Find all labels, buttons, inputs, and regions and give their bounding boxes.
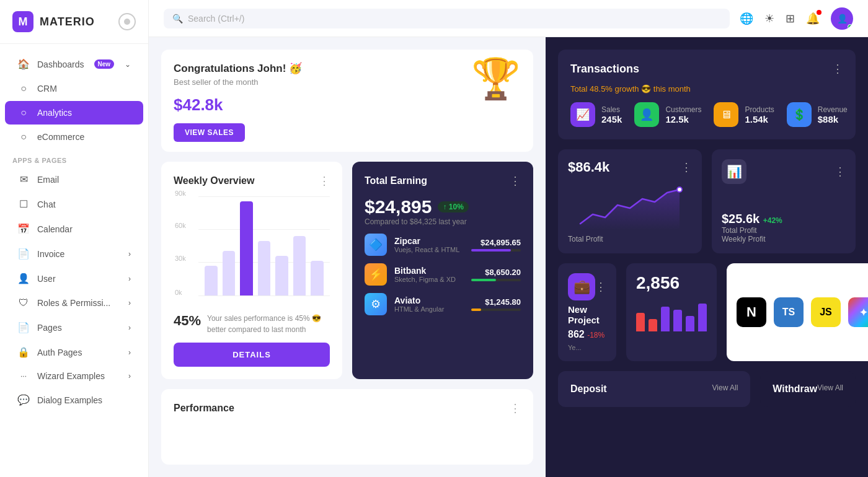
- aviato-info: Aviato HTML & Angular: [394, 295, 444, 313]
- sidebar-item-dashboards[interactable]: 🏠 Dashboards New ⌄: [5, 52, 143, 76]
- transactions-menu-icon[interactable]: ⋮: [832, 62, 843, 76]
- withdraw-view-all[interactable]: View All: [817, 383, 843, 395]
- sidebar-item-crm[interactable]: ○ CRM: [5, 77, 143, 100]
- chevron-right-icon-user: ›: [128, 274, 131, 283]
- sidebar-label-calendar: Calendar: [37, 224, 73, 234]
- customers-label: Customers: [665, 105, 701, 114]
- new-project-title: New Project: [568, 304, 606, 325]
- bar-5: [275, 256, 288, 295]
- withdraw-title: Withdraw: [773, 383, 817, 395]
- logo-text: MATERIO: [40, 15, 95, 28]
- chat-icon: ☐: [17, 198, 30, 210]
- sidebar-item-chat[interactable]: ☐ Chat: [5, 192, 143, 216]
- tech-logos-card: N TS JS ✦: [727, 263, 868, 361]
- bar-2: [223, 251, 236, 295]
- profit-chart-amount: $86.4k: [568, 159, 609, 175]
- weekly-title-row: Weekly Overview ⋮: [174, 174, 330, 188]
- logo-circle[interactable]: [118, 13, 136, 30]
- sales-value: 245k: [601, 114, 622, 125]
- perf-menu-icon[interactable]: ⋮: [510, 401, 521, 415]
- grid-icon[interactable]: ⊞: [786, 12, 795, 25]
- zipcar-info: Zipcar Vuejs, React & HTML: [394, 236, 459, 253]
- sidebar-item-ecommerce[interactable]: ○ eCommerce: [5, 125, 143, 149]
- avatar[interactable]: 👤: [831, 7, 853, 30]
- sidebar-label-email: Email: [37, 175, 59, 185]
- bitbank-sub: Sketch, Figma & XD: [394, 276, 456, 283]
- sidebar-item-dialog[interactable]: 💬 Dialog Examples: [5, 388, 143, 412]
- earning-item-zipcar: 🔷 Zipcar Vuejs, React & HTML $24,895.65: [365, 234, 521, 256]
- new-project-icon: 💼: [568, 273, 595, 300]
- earning-menu-icon[interactable]: ⋮: [510, 174, 521, 188]
- sidebar-item-auth[interactable]: 🔒 Auth Pages ›: [5, 340, 143, 364]
- customers-value: 12.5k: [665, 114, 701, 125]
- profit-card-sub-label: Weekly Profit: [722, 235, 846, 243]
- transaction-item-sales: 📈 Sales 245k: [570, 102, 622, 127]
- sidebar-item-invoice[interactable]: 📄 Invoice ›: [5, 242, 143, 266]
- weekly-footer: 45% Your sales performance is 45% 😎 bett…: [174, 313, 330, 335]
- new-project-sublabel: Ye...: [568, 344, 606, 351]
- earning-item-aviato: ⚙ Aviato HTML & Angular $1,245.80: [365, 293, 521, 315]
- bars-container: [198, 196, 330, 295]
- theme-icon[interactable]: ☀: [764, 12, 774, 25]
- revenue-label: Revenue: [818, 105, 848, 114]
- profit-mini-chart: [568, 180, 692, 230]
- earning-amount: $24,895 ↑ 10%: [365, 196, 521, 217]
- email-icon: ✉: [17, 173, 30, 185]
- left-panel: Congratulations John! 🥳 Best seller of t…: [149, 37, 546, 477]
- perf-title-row: Performance ⋮: [174, 401, 521, 415]
- main-area: 🔍 Search (Ctrl+/) 🌐 ☀ ⊞ 🔔 👤 Congratu: [149, 0, 868, 477]
- wizard-icon: ···: [17, 372, 30, 380]
- grid-label-60k: 60k: [175, 222, 186, 229]
- notification-icon[interactable]: 🔔: [806, 12, 820, 25]
- calendar-icon: 📅: [17, 223, 30, 235]
- details-button[interactable]: DETAILS: [174, 343, 330, 367]
- user-icon: 👤: [17, 273, 30, 284]
- javascript-logo: JS: [811, 297, 841, 327]
- search-bar[interactable]: 🔍 Search (Ctrl+/): [164, 9, 730, 28]
- zipcar-logo: 🔷: [365, 234, 387, 256]
- sales-icon: 📈: [570, 102, 595, 127]
- grid-label-30k: 30k: [175, 255, 186, 262]
- sidebar-label-user: User: [37, 274, 56, 284]
- mid-row: Weekly Overview ⋮ 90k 60k 30k 0k: [161, 162, 533, 379]
- deposit-title: Deposit: [570, 383, 607, 395]
- transactions-header: Transactions ⋮: [570, 62, 843, 76]
- chevron-right-icon-pages: ›: [128, 323, 131, 332]
- circle-icon-analytics: ○: [17, 107, 30, 118]
- new-project-menu-icon[interactable]: ⋮: [595, 280, 606, 294]
- new-project-badge: -18%: [587, 331, 604, 339]
- sales-label: Sales: [601, 105, 622, 114]
- translate-icon[interactable]: 🌐: [740, 12, 753, 25]
- chevron-right-icon: ›: [128, 250, 131, 258]
- performance-title: Performance: [174, 403, 234, 414]
- profit-right-card: 📊 ⋮ $25.6k +42% Total Profit Weekly Prof…: [712, 149, 856, 253]
- revenue-icon: 💲: [787, 102, 812, 127]
- products-icon: 🖥: [714, 102, 738, 127]
- top-row: Congratulations John! 🥳 Best seller of t…: [161, 50, 533, 152]
- svg-point-1: [678, 188, 681, 191]
- earning-growth-badge: ↑ 10%: [438, 201, 468, 212]
- chevron-right-icon-wizard: ›: [128, 372, 131, 380]
- sidebar-item-calendar[interactable]: 📅 Calendar: [5, 217, 143, 241]
- sidebar-item-analytics[interactable]: ○ Analytics: [5, 101, 143, 125]
- profit-chart-menu-icon[interactable]: ⋮: [681, 160, 692, 174]
- deposit-view-all[interactable]: View All: [712, 383, 738, 395]
- transaction-item-revenue: 💲 Revenue $88k: [787, 102, 848, 127]
- grid-label-90k: 90k: [175, 190, 186, 197]
- transactions-card: Transactions ⋮ Total 48.5% growth 😎 this…: [558, 50, 856, 139]
- performance-card: Performance ⋮: [161, 389, 533, 465]
- view-sales-button[interactable]: VIEW SALES: [174, 123, 245, 142]
- weekly-overview-card: Weekly Overview ⋮ 90k 60k 30k 0k: [161, 162, 342, 379]
- sidebar-item-wizard[interactable]: ··· Wizard Examples ›: [5, 365, 143, 387]
- weekly-menu-icon[interactable]: ⋮: [319, 174, 330, 188]
- bottom-right-row: Deposit View All Withdraw View All: [558, 371, 856, 407]
- right-panel: Transactions ⋮ Total 48.5% growth 😎 this…: [546, 37, 868, 477]
- sidebar-item-user[interactable]: 👤 User ›: [5, 266, 143, 291]
- profit-right-menu-icon[interactable]: ⋮: [835, 165, 846, 178]
- profit-card-amount: $25.6k +42%: [722, 212, 846, 226]
- sidebar-item-pages[interactable]: 📄 Pages ›: [5, 315, 143, 339]
- logo-icon: M: [12, 11, 33, 32]
- sidebar-item-email[interactable]: ✉ Email: [5, 167, 143, 191]
- sidebar-item-roles[interactable]: 🛡 Roles & Permissi... ›: [5, 291, 143, 315]
- congrats-card: Congratulations John! 🥳 Best seller of t…: [161, 50, 533, 152]
